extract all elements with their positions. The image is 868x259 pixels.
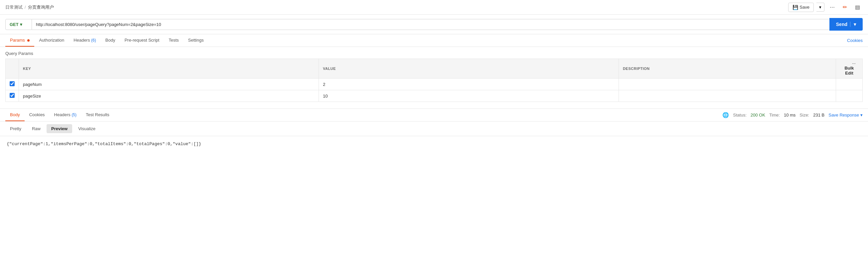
tab-body-label: Body <box>105 38 115 42</box>
tab-settings[interactable]: Settings <box>184 34 209 47</box>
col-header-key: KEY <box>19 59 319 79</box>
response-section: Body Cookies Headers (5) Test Results 🌐 … <box>0 109 868 152</box>
chevron-down-icon: ▾ <box>819 5 822 10</box>
comment-button[interactable]: ▤ <box>852 3 863 12</box>
response-body-text: {"currentPage":1,"itemsPerPage":0,"total… <box>7 142 201 146</box>
response-tab-test-results-label: Test Results <box>86 112 110 117</box>
view-tabs-bar: Pretty Raw Preview Visualize <box>0 121 868 136</box>
tab-headers[interactable]: Headers (6) <box>69 34 100 47</box>
request-tabs: Params Authorization Headers (6) Body Pr… <box>0 34 868 47</box>
edit-button[interactable]: ✏ <box>840 3 850 12</box>
row1-key[interactable]: pageNum <box>19 79 319 90</box>
tab-body[interactable]: Body <box>101 34 120 47</box>
col-header-description: DESCRIPTION <box>619 59 836 79</box>
response-body: {"currentPage":1,"itemsPerPage":0,"total… <box>0 136 868 152</box>
response-headers-badge: (5) <box>71 113 76 117</box>
response-meta: 🌐 Status: 200 OK Time: 10 ms Size: 231 B… <box>722 112 863 118</box>
method-label: GET <box>10 22 19 27</box>
breadcrumb: 日常测试 / 分页查询用户 <box>5 4 54 10</box>
tab-prerequest[interactable]: Pre-request Script <box>120 34 164 47</box>
tab-authorization[interactable]: Authorization <box>34 34 69 47</box>
response-tab-cookies[interactable]: Cookies <box>25 109 50 121</box>
cookies-link[interactable]: Cookies <box>847 35 863 46</box>
row2-checkbox[interactable] <box>10 93 14 98</box>
url-bar: GET ▾ Send ▾ <box>0 15 868 34</box>
row1-description[interactable] <box>619 79 836 90</box>
more-icon: ··· <box>852 62 856 65</box>
save-response-chevron: ▾ <box>860 113 863 117</box>
table-row: pageNum 2 <box>6 79 863 90</box>
params-dot <box>27 39 30 41</box>
save-response-button[interactable]: Save Response ▾ <box>829 113 863 117</box>
response-tabs-bar: Body Cookies Headers (5) Test Results 🌐 … <box>0 109 868 121</box>
tab-authorization-label: Authorization <box>39 38 64 42</box>
size-label: Size: <box>800 113 809 117</box>
send-button[interactable]: Send ▾ <box>830 18 863 31</box>
breadcrumb-current: 分页查询用户 <box>28 4 54 10</box>
status-value: 200 OK <box>751 113 765 117</box>
response-tab-cookies-label: Cookies <box>29 112 45 117</box>
view-tab-pretty-label: Pretty <box>10 126 21 131</box>
save-response-label: Save Response <box>829 113 859 117</box>
top-actions: 💾 Save ▾ ··· ✏ ▤ <box>788 2 863 12</box>
response-tab-body-label: Body <box>10 112 20 117</box>
size-value: 231 B <box>813 113 825 117</box>
view-tab-pretty[interactable]: Pretty <box>5 124 26 133</box>
row2-value[interactable]: 10 <box>319 90 619 102</box>
row2-actions <box>836 90 863 102</box>
bulk-edit-button[interactable]: Bulk Edit <box>840 65 858 76</box>
query-params-title: Query Params <box>5 51 863 56</box>
breadcrumb-parent: 日常测试 <box>5 4 23 10</box>
save-label: Save <box>800 5 809 10</box>
tab-prerequest-label: Pre-request Script <box>124 38 159 42</box>
params-table: KEY VALUE DESCRIPTION ··· Bulk Edit page… <box>5 59 863 102</box>
top-bar: 日常测试 / 分页查询用户 💾 Save ▾ ··· ✏ ▤ <box>0 0 868 15</box>
response-tab-test-results[interactable]: Test Results <box>81 109 114 121</box>
send-label: Send <box>836 22 847 27</box>
method-select[interactable]: GET ▾ <box>5 19 32 30</box>
url-input[interactable] <box>32 19 830 30</box>
tab-tests-label: Tests <box>168 38 179 42</box>
status-label: Status: <box>733 113 746 117</box>
table-row: pageSize 10 <box>6 90 863 102</box>
params-section: Query Params KEY VALUE DESCRIPTION ··· B… <box>0 47 868 102</box>
view-tab-preview[interactable]: Preview <box>46 124 72 133</box>
response-tab-headers-label: Headers <box>54 112 70 117</box>
time-value: 10 ms <box>784 113 796 117</box>
tab-settings-label: Settings <box>188 38 204 42</box>
tab-params-label: Params <box>10 38 25 42</box>
save-button[interactable]: 💾 Save <box>788 3 814 12</box>
col-header-value: VALUE <box>319 59 619 79</box>
row1-checkbox-cell <box>6 79 19 90</box>
more-options-button[interactable]: ··· <box>827 2 837 12</box>
tab-headers-label: Headers <box>73 38 90 42</box>
globe-icon: 🌐 <box>722 112 729 118</box>
response-tab-headers[interactable]: Headers (5) <box>50 109 81 121</box>
col-header-checkbox <box>6 59 19 79</box>
col-header-more: ··· Bulk Edit <box>836 59 863 79</box>
method-chevron: ▾ <box>20 22 22 27</box>
tab-tests[interactable]: Tests <box>164 34 183 47</box>
row2-checkbox-cell <box>6 90 19 102</box>
row1-value[interactable]: 2 <box>319 79 619 90</box>
time-label: Time: <box>769 113 780 117</box>
response-tab-body[interactable]: Body <box>5 109 25 121</box>
breadcrumb-separator: / <box>25 5 26 10</box>
send-dropdown-arrow: ▾ <box>850 22 856 27</box>
save-dropdown-button[interactable]: ▾ <box>816 3 825 12</box>
row2-description[interactable] <box>619 90 836 102</box>
view-tab-raw-label: Raw <box>32 126 40 131</box>
edit-icon: ✏ <box>843 4 847 10</box>
row1-actions <box>836 79 863 90</box>
more-icon: ··· <box>830 4 835 10</box>
comment-icon: ▤ <box>855 4 860 10</box>
tab-params[interactable]: Params <box>5 34 34 47</box>
row2-key[interactable]: pageSize <box>19 90 319 102</box>
view-tab-preview-label: Preview <box>51 126 67 131</box>
view-tab-raw[interactable]: Raw <box>27 124 45 133</box>
view-tab-visualize[interactable]: Visualize <box>73 124 100 133</box>
headers-badge: (6) <box>91 38 96 42</box>
row1-checkbox[interactable] <box>10 81 14 86</box>
view-tab-visualize-label: Visualize <box>78 126 95 131</box>
save-icon: 💾 <box>793 5 798 10</box>
